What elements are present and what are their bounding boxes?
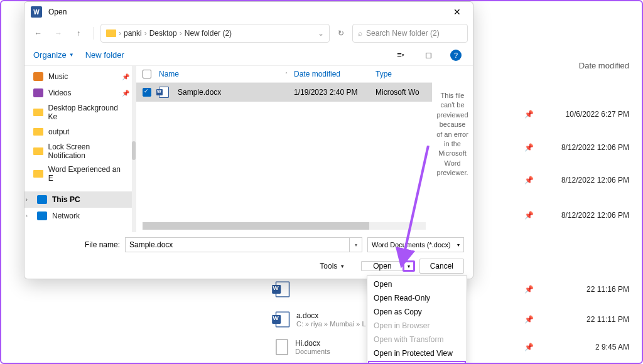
scrollbar-thumb[interactable] [143,222,369,230]
file-checkbox[interactable] [143,88,151,97]
pin-icon[interactable]: 📌 [516,315,541,324]
open-file-dialog: W Open ✕ ← → ↑ › panki › Desktop › New f… [24,1,473,279]
close-button[interactable]: ✕ [448,7,467,17]
dialog-title: Open [48,8,448,16]
sidebar-item-folder[interactable]: Desktop Background Ke [24,101,136,124]
search-placeholder: Search New folder (2) [366,29,440,38]
forward-button[interactable]: → [50,24,67,42]
open-button[interactable]: Open [361,261,403,271]
new-folder-button[interactable]: New folder [85,50,124,60]
pin-icon: 📌 [122,90,129,97]
search-input[interactable]: ⌕ Search New folder (2) [352,24,468,43]
menu-open-protected[interactable]: Open in Protected View [367,346,467,360]
menu-open-readonly[interactable]: Open Read-Only [367,291,467,305]
open-split-button[interactable]: Open ▾ [361,261,414,271]
music-icon [33,72,43,81]
file-type: Microsoft Wo [376,88,426,97]
crumb-1[interactable]: panki [124,29,142,38]
cancel-button[interactable]: Cancel [419,259,464,274]
view-mode-button[interactable]: ≡ ▾ [392,47,409,63]
column-date[interactable]: Date modified [294,70,376,78]
menu-open-browser: Open in Browser [367,319,467,333]
folder-icon [33,170,43,178]
annotation-highlight [403,260,415,272]
chevron-right-icon[interactable]: › [26,213,28,219]
pin-icon[interactable]: 📌 [516,143,541,152]
pc-icon [37,195,47,204]
menu-open-copy[interactable]: Open as Copy [367,305,467,319]
tree-scrollbar[interactable] [132,66,136,232]
organize-button[interactable]: Organize▼ [33,50,74,60]
chevron-down-icon[interactable]: ⌄ [318,29,324,38]
word-doc-icon [159,87,169,98]
column-name[interactable]: Name ˄ [159,70,294,78]
crumb-2[interactable]: Desktop [149,29,177,38]
filename-input[interactable] [125,237,350,252]
folder-tree[interactable]: Music📌 Videos📌 Desktop Background Ke out… [24,66,136,232]
chevron-right-icon[interactable]: › [26,196,28,203]
sidebar-item-videos[interactable]: Videos📌 [24,85,136,101]
sidebar-item-folder[interactable]: Lock Screen Notification [24,140,136,163]
file-list: Name ˄ Date modified Type Sample.docx 1/… [136,66,432,232]
doc-icon [276,339,288,355]
file-date: 1/19/2023 2:40 PM [294,88,376,97]
folder-icon [33,109,43,116]
folder-icon [33,128,43,136]
sidebar-item-music[interactable]: Music📌 [24,68,136,85]
pin-icon: 📌 [122,73,129,80]
tools-button[interactable]: Tools ▼ [320,262,345,270]
select-all-checkbox[interactable] [143,70,151,78]
word-app-icon: W [31,6,42,18]
up-button[interactable]: ↑ [70,24,87,42]
file-filter-select[interactable]: Word Documents (*.docx) ▾ [367,237,464,252]
column-type[interactable]: Type [376,70,426,78]
pin-icon[interactable]: 📌 [516,211,541,220]
word-doc-icon [276,281,289,297]
dialog-footer: File name: ▾ Word Documents (*.docx) ▾ T… [24,232,473,279]
folder-icon [33,147,43,155]
open-dropdown-button[interactable]: ▾ [403,261,414,271]
back-button[interactable]: ← [30,24,47,42]
pin-icon[interactable]: 📌 [516,343,541,351]
sidebar-item-network[interactable]: ›Network [24,208,136,224]
folder-icon [106,29,116,37]
pin-icon[interactable]: 📌 [516,176,541,185]
refresh-button[interactable]: ↻ [332,24,350,42]
videos-icon [33,88,43,97]
help-button[interactable]: ? [448,47,464,63]
toolbar: Organize▼ New folder ≡ ▾ ◻ ? [24,45,473,66]
menu-open[interactable]: Open [367,277,467,291]
bg-column-header: Date modified [478,61,629,70]
filename-dropdown[interactable]: ▾ [350,237,362,252]
open-dropdown-menu: Open Open Read-Only Open as Copy Open in… [367,276,467,364]
breadcrumb[interactable]: › panki › Desktop › New folder (2) ⌄ [100,24,330,43]
separator [94,27,94,40]
filename-label: File name: [33,240,120,249]
network-icon [37,211,47,220]
sidebar-item-folder[interactable]: output [24,124,136,140]
menu-open-transform: Open with Transform [367,333,467,346]
preview-pane: This file can't be previewed because of … [432,66,473,232]
navigation-bar: ← → ↑ › panki › Desktop › New folder (2)… [24,22,473,45]
pin-icon[interactable]: 📌 [516,285,541,294]
crumb-3[interactable]: New folder (2) [185,29,232,38]
list-header: Name ˄ Date modified Type [136,66,432,83]
scrollbar-thumb[interactable] [132,141,136,160]
menu-open-repair[interactable]: Open and Repair [368,361,466,364]
horizontal-scrollbar[interactable] [143,222,426,230]
file-row[interactable]: Sample.docx 1/19/2023 2:40 PM Microsoft … [136,83,432,102]
titlebar: W Open ✕ [24,2,473,22]
file-name: Sample.docx [178,88,221,97]
sidebar-item-this-pc[interactable]: ›This PC [24,191,136,208]
search-icon: ⌕ [358,29,362,38]
preview-pane-button[interactable]: ◻ [420,47,436,63]
word-doc-icon [276,311,289,327]
pin-icon[interactable]: 📌 [516,110,541,119]
sidebar-item-folder[interactable]: Word Experienced an E [24,163,136,185]
